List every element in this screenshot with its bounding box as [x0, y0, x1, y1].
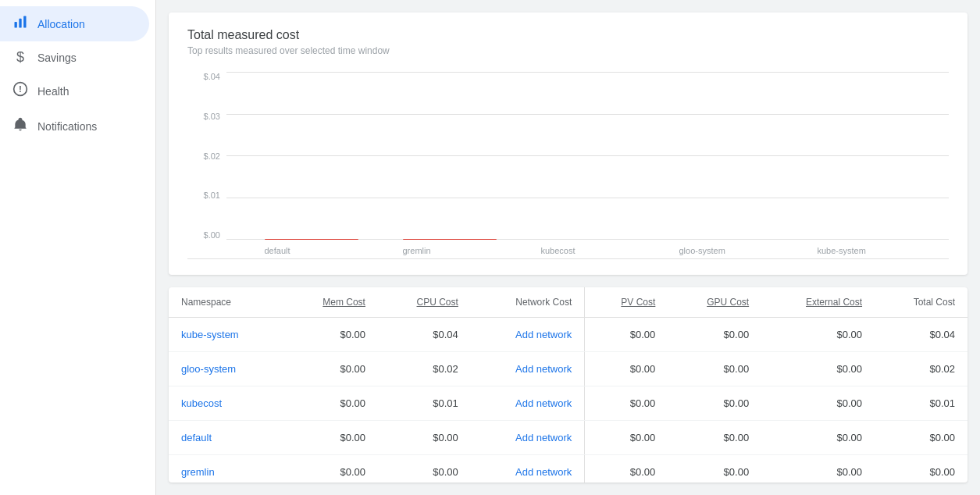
main-content: Total measured cost Top results measured…	[156, 0, 980, 495]
bell-icon	[12, 116, 28, 136]
bar-label-kube-system: kube-system	[818, 246, 866, 255]
namespace-link-2[interactable]: kubecost	[181, 397, 222, 409]
chart-card: Total measured cost Top results measured…	[169, 12, 968, 275]
cell-pv-2: $0.00	[585, 386, 668, 421]
cell-gpu-1: $0.00	[668, 352, 761, 386]
cell-total-3: $0.00	[875, 421, 968, 455]
cell-total-2: $0.01	[875, 386, 968, 421]
table-row: default $0.00 $0.00 Add network $0.00 $0…	[169, 421, 968, 455]
namespace-link-3[interactable]: default	[181, 432, 212, 443]
bar-label-gremlin: gremlin	[403, 246, 431, 255]
col-mem-cost: Mem Cost	[283, 287, 378, 318]
cell-network-3: Add network	[471, 421, 585, 455]
cell-pv-4: $0.00	[585, 455, 668, 483]
cell-cpu-3: $0.00	[378, 421, 471, 455]
sidebar-item-savings-label: Savings	[37, 52, 77, 64]
table-card: Namespace Mem Cost CPU Cost Network Cost…	[169, 287, 968, 483]
col-namespace: Namespace	[169, 287, 283, 318]
col-external-cost: External Cost	[761, 287, 875, 318]
col-cpu-cost: CPU Cost	[378, 287, 471, 318]
cell-network-0: Add network	[471, 318, 585, 352]
col-gpu-cost: GPU Cost	[668, 287, 761, 318]
bar-gremlin	[403, 239, 497, 240]
col-network-cost: Network Cost	[471, 287, 585, 318]
cell-namespace-2: kubecost	[169, 386, 283, 421]
dollar-icon: $	[12, 49, 28, 66]
cell-mem-0: $0.00	[283, 318, 378, 352]
bar-chart: $.00 $.01 $.02 $.03 $.04	[187, 72, 949, 259]
table-header-row: Namespace Mem Cost CPU Cost Network Cost…	[169, 287, 968, 318]
sidebar-item-notifications-label: Notifications	[37, 120, 97, 133]
cell-external-1: $0.00	[761, 352, 875, 386]
cell-cpu-4: $0.00	[378, 455, 471, 483]
cell-namespace-1: gloo-system	[169, 352, 283, 386]
cell-cpu-1: $0.02	[378, 352, 471, 386]
sidebar: Allocation $ Savings ! Health Notificati…	[0, 0, 156, 495]
bar-group-default: default	[242, 239, 380, 240]
cell-pv-1: $0.00	[585, 352, 668, 386]
sidebar-item-savings[interactable]: $ Savings	[0, 41, 149, 73]
bar-default	[265, 239, 358, 240]
cell-total-0: $0.04	[875, 318, 968, 352]
svg-rect-2	[23, 16, 26, 28]
cell-gpu-4: $0.00	[668, 455, 761, 483]
svg-rect-1	[19, 19, 21, 28]
add-network-link-2[interactable]: Add network	[515, 397, 572, 409]
cell-gpu-3: $0.00	[668, 421, 761, 455]
svg-rect-0	[15, 22, 17, 28]
y-label-2: $.02	[187, 151, 226, 161]
bars-container: default gremlin kubecost	[226, 72, 949, 240]
cell-namespace-0: kube-system	[169, 318, 283, 352]
cell-network-2: Add network	[471, 386, 585, 421]
col-pv-cost: PV Cost	[585, 287, 668, 318]
cell-mem-3: $0.00	[283, 421, 378, 455]
cell-cpu-0: $0.04	[378, 318, 471, 352]
y-axis: $.00 $.01 $.02 $.03 $.04	[187, 72, 226, 240]
y-label-3: $.03	[187, 112, 226, 121]
cell-cpu-2: $0.01	[378, 386, 471, 421]
add-network-link-0[interactable]: Add network	[515, 329, 572, 340]
cell-network-4: Add network	[471, 455, 585, 483]
cell-pv-0: $0.00	[585, 318, 668, 352]
cell-external-0: $0.00	[761, 318, 875, 352]
bar-label-default: default	[265, 246, 290, 255]
sidebar-item-allocation[interactable]: Allocation	[0, 6, 149, 41]
cell-gpu-0: $0.00	[668, 318, 761, 352]
cell-network-1: Add network	[471, 352, 585, 386]
cell-external-4: $0.00	[761, 455, 875, 483]
sidebar-item-health[interactable]: ! Health	[0, 73, 149, 109]
namespace-link-1[interactable]: gloo-system	[181, 363, 236, 375]
sidebar-item-notifications[interactable]: Notifications	[0, 109, 149, 144]
cell-namespace-4: gremlin	[169, 455, 283, 483]
table-row: gremlin $0.00 $0.00 Add network $0.00 $0…	[169, 455, 968, 483]
add-network-link-3[interactable]: Add network	[515, 432, 572, 443]
svg-text:!: !	[19, 84, 22, 94]
cell-total-1: $0.02	[875, 352, 968, 386]
bar-label-gloo-system: gloo-system	[679, 246, 725, 255]
namespace-link-0[interactable]: kube-system	[181, 329, 239, 340]
table-row: kubecost $0.00 $0.01 Add network $0.00 $…	[169, 386, 968, 421]
add-network-link-4[interactable]: Add network	[515, 466, 572, 478]
add-network-link-1[interactable]: Add network	[515, 363, 572, 375]
y-label-4: $.04	[187, 72, 226, 81]
cell-external-2: $0.00	[761, 386, 875, 421]
chart-title: Total measured cost	[187, 28, 949, 42]
cell-external-3: $0.00	[761, 421, 875, 455]
cost-table: Namespace Mem Cost CPU Cost Network Cost…	[169, 287, 968, 483]
cell-total-4: $0.00	[875, 455, 968, 483]
cell-mem-2: $0.00	[283, 386, 378, 421]
sidebar-item-health-label: Health	[37, 85, 69, 98]
bar-label-kubecost: kubecost	[541, 246, 576, 255]
namespace-link-4[interactable]: gremlin	[181, 466, 215, 478]
chart-subtitle: Top results measured over selected time …	[187, 45, 949, 56]
chart-inner: default gremlin kubecost	[226, 72, 949, 240]
cell-pv-3: $0.00	[585, 421, 668, 455]
cell-gpu-2: $0.00	[668, 386, 761, 421]
table-row: kube-system $0.00 $0.04 Add network $0.0…	[169, 318, 968, 352]
table-row: gloo-system $0.00 $0.02 Add network $0.0…	[169, 352, 968, 386]
cell-mem-4: $0.00	[283, 455, 378, 483]
y-label-1: $.01	[187, 191, 226, 200]
col-total-cost: Total Cost	[875, 287, 968, 318]
cell-namespace-3: default	[169, 421, 283, 455]
cell-mem-1: $0.00	[283, 352, 378, 386]
